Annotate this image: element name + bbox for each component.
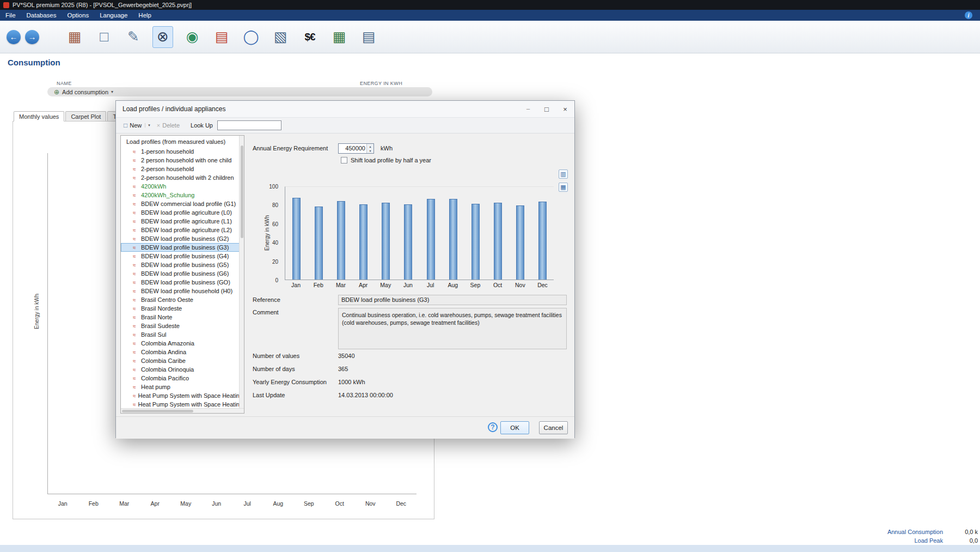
tree-item[interactable]: ≈Brasil Centro Oeste <box>121 295 244 304</box>
dialog-title-bar[interactable]: Load profiles / individual appliances − … <box>116 101 574 117</box>
x-label: Jul <box>232 500 263 507</box>
tree-item[interactable]: ≈Heat Pump System with Space Heating (ai… <box>121 391 244 400</box>
forward-button[interactable]: → <box>25 30 39 44</box>
tree-item[interactable]: ≈BDEW load profile agriculture (L0) <box>121 208 244 217</box>
tree-item[interactable]: ≈Colombia Pacifico <box>121 374 244 383</box>
cancel-button[interactable]: Cancel <box>539 421 568 434</box>
chevron-down-icon[interactable]: ▾ <box>145 123 150 128</box>
scrollbar-thumb[interactable] <box>241 145 243 238</box>
close-button[interactable]: × <box>556 101 574 117</box>
tree-item[interactable]: ≈BDEW load profile business (GO) <box>121 278 244 287</box>
tree-item[interactable]: ≈BDEW load profile business (G3) <box>121 243 244 252</box>
spin-down-icon[interactable]: ▾ <box>367 149 373 154</box>
load-profile-icon: ≈ <box>133 349 139 355</box>
help-icon[interactable]: ? <box>488 422 498 432</box>
tree-item[interactable]: ≈1-person household <box>121 147 244 156</box>
tree-item[interactable]: ≈Colombia Orinoquia <box>121 365 244 374</box>
tab-carpet-plot[interactable]: Carpet Plot <box>65 111 106 121</box>
tree-item[interactable]: ≈Heat pump <box>121 383 244 391</box>
shift-checkbox[interactable] <box>341 157 347 163</box>
tree-item[interactable]: ≈BDEW commercial load profile (G1) <box>121 199 244 208</box>
tree-item[interactable]: ≈BDEW load profile business (G2) <box>121 234 244 243</box>
tree-item[interactable]: ≈Colombia Amazonia <box>121 339 244 348</box>
add-consumption-button[interactable]: ⊕ Add consumption ▾ <box>47 87 432 96</box>
tree-item[interactable]: ≈2-person household <box>121 165 244 173</box>
tree-item[interactable]: ≈4200kWh_Schulung <box>121 191 244 199</box>
edit-project-icon[interactable]: ✎ <box>123 26 144 48</box>
ok-button[interactable]: OK <box>500 421 529 434</box>
tree-vertical-scrollbar[interactable] <box>239 136 244 408</box>
x-label: Apr <box>352 282 375 288</box>
maximize-button[interactable]: □ <box>537 101 556 117</box>
dialog-chart-plot <box>285 186 554 280</box>
tree-item[interactable]: ≈Colombia Caribe <box>121 356 244 365</box>
tree-item[interactable]: ≈Heat Pump System with Space Heating (br… <box>121 400 244 409</box>
x-label: Nov <box>509 282 531 288</box>
report-icon[interactable]: ▤ <box>358 26 379 48</box>
tree-item[interactable]: ≈2 person household with one child <box>121 156 244 165</box>
load-profile-icon: ≈ <box>133 306 139 312</box>
calculator-icon[interactable]: ▦ <box>329 26 350 48</box>
load-profile-icon: ≈ <box>133 253 139 259</box>
tree-item[interactable]: ≈BDEW load profile business (G5) <box>121 260 244 269</box>
tree-item-label: Brasil Sudeste <box>141 323 180 329</box>
column-header-energy: ENERGY IN KWH <box>360 81 402 86</box>
new-project-icon[interactable]: □ <box>94 26 114 48</box>
tree-item[interactable]: ≈Brasil Nordeste <box>121 304 244 313</box>
bar-mar <box>337 201 345 280</box>
tree-item[interactable]: ≈2-person household with 2 children <box>121 173 244 182</box>
delete-button[interactable]: × Delete <box>154 120 183 130</box>
chart-view-icon[interactable]: ▥ <box>559 169 568 179</box>
load-profile-icon: ≈ <box>133 341 139 347</box>
tree-item[interactable]: ≈Brasil Sudeste <box>121 322 244 330</box>
menu-file[interactable]: File <box>0 10 21 21</box>
tree-item[interactable]: ≈4200kWh <box>121 182 244 191</box>
menu-options[interactable]: Options <box>62 10 95 21</box>
cancel-selection-icon[interactable]: ⊗ <box>152 26 173 48</box>
tree-item[interactable]: ≈BDEW load profile business (G6) <box>121 269 244 278</box>
tree-item[interactable]: ≈BDEW load profile business (G4) <box>121 252 244 260</box>
tree-item-label: Colombia Andina <box>141 349 186 355</box>
hierarchy-icon[interactable]: ▤ <box>211 26 232 48</box>
new-button[interactable]: □ New ▾ <box>120 120 154 131</box>
menu-databases[interactable]: Databases <box>21 10 62 21</box>
tree-item[interactable]: ≈BDEW load profile agriculture (L2) <box>121 226 244 234</box>
tree-item[interactable]: ≈Colombia Andina <box>121 348 244 356</box>
globe-icon[interactable]: ◉ <box>182 26 203 48</box>
ring-icon[interactable]: ◯ <box>241 26 261 48</box>
chart-document-icon[interactable]: ▧ <box>270 26 291 48</box>
delete-icon: × <box>157 122 160 129</box>
spin-up-icon[interactable]: ▴ <box>367 144 373 149</box>
scrollbar-thumb[interactable] <box>122 410 193 413</box>
load-profile-icon: ≈ <box>133 288 139 294</box>
minimize-button[interactable]: − <box>519 101 537 117</box>
tree-item[interactable]: ≈Brasil Sul <box>121 330 244 339</box>
load-profile-icon: ≈ <box>133 157 139 163</box>
tree-item-label: Colombia Caribe <box>141 357 186 364</box>
annual-energy-input[interactable]: 450000 ▴▾ <box>338 143 374 154</box>
x-label: Feb <box>307 282 329 288</box>
photo-plan-icon[interactable]: ▦ <box>64 26 85 48</box>
toolbar-icons: ▦□✎⊗◉▤◯▧$€▦▤ <box>64 26 379 48</box>
menu-language[interactable]: Language <box>94 10 133 21</box>
back-button[interactable]: ← <box>7 30 21 44</box>
tree-root-label[interactable]: Load profiles (from measured values) <box>121 136 244 147</box>
load-profile-icon: ≈ <box>133 149 139 155</box>
spinner-buttons[interactable]: ▴▾ <box>366 144 373 153</box>
comment-field: Continual business operation, i.e. cold … <box>338 308 567 349</box>
tree-item-label: Colombia Pacifico <box>141 375 189 381</box>
tree-item[interactable]: ≈BDEW load profile agriculture (L1) <box>121 217 244 226</box>
tree-item[interactable]: ≈BDEW load profile household (H0) <box>121 287 244 295</box>
lookup-label: Look Up <box>191 122 213 129</box>
info-icon[interactable]: i <box>965 11 972 19</box>
tariffs-icon[interactable]: $€ <box>299 26 320 48</box>
tree-horizontal-scrollbar[interactable] <box>121 408 244 413</box>
lookup-input[interactable] <box>217 120 281 130</box>
menu-help[interactable]: Help <box>133 10 157 21</box>
shift-checkbox-row[interactable]: Shift load profile by half a year <box>341 157 431 163</box>
x-label: Jun <box>397 282 419 288</box>
table-view-icon[interactable]: ▦ <box>559 183 568 192</box>
bar-cell <box>308 187 330 280</box>
tree-item[interactable]: ≈Brasil Norte <box>121 313 244 322</box>
tab-monthly-values[interactable]: Monthly values <box>14 111 64 121</box>
